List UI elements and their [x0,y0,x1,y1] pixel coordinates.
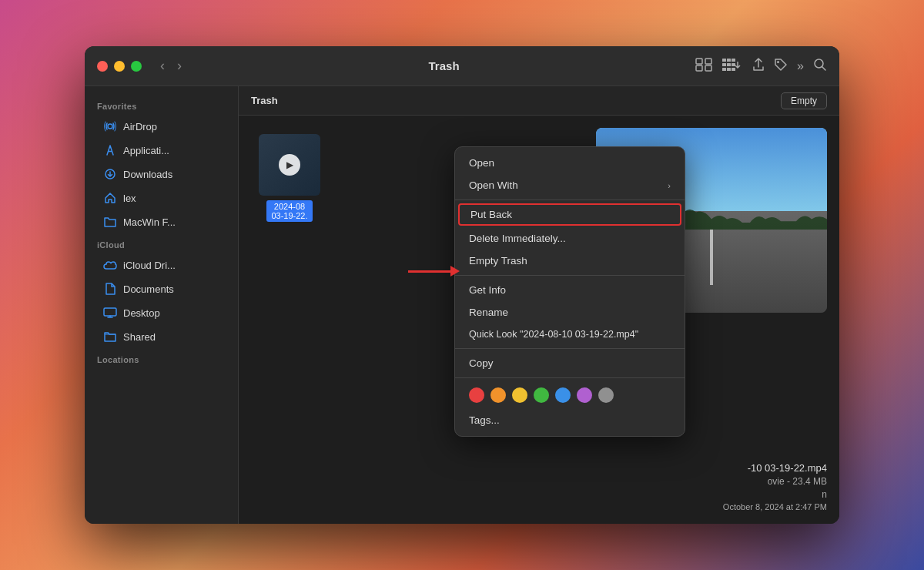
toolbar-right: » [695,58,827,75]
finder-window: ‹ › Trash [85,46,839,524]
empty-button[interactable]: Empty [781,92,827,109]
info-type: ovie - 23.4 MB [723,476,827,487]
tag-yellow[interactable] [512,387,527,403]
home-icon [103,191,117,205]
fullscreen-button[interactable] [131,61,142,72]
grid-view-icon[interactable] [695,58,712,75]
put-back-annotation-arrow [408,266,460,277]
airdrop-icon [103,119,117,133]
context-menu-put-back[interactable]: Put Back [458,203,681,226]
info-filename: -10 03-19-22.mp4 [723,462,827,474]
files-area: ▶ 2024-0803-19-22. [239,116,839,524]
locations-label: Locations [85,349,238,367]
sidebar-item-airdrop[interactable]: AirDrop [91,115,232,138]
svg-rect-6 [732,59,735,62]
separator-2 [455,275,685,276]
open-with-arrow-icon: › [668,181,671,190]
sidebar-item-macwinfiles-label: MacWin F... [123,216,176,228]
share-icon[interactable] [752,58,765,75]
svg-rect-7 [722,63,726,66]
file-item-video[interactable]: ▶ 2024-0803-19-22. [251,128,328,511]
svg-point-13 [777,61,779,63]
info-panel: -10 03-19-22.mp4 ovie - 23.4 MB n Octobe… [723,462,827,511]
sidebar-item-documents[interactable]: Documents [91,277,232,300]
sort-icon[interactable] [721,58,743,75]
context-menu: Open Open With › Put Back Delete Immedia… [454,146,685,437]
minimize-button[interactable] [114,61,125,72]
sidebar-item-lex-label: lex [123,193,136,204]
svg-rect-10 [722,68,726,71]
context-menu-open-with[interactable]: Open With › [455,174,685,196]
main-panel: Trash Empty ▶ 2024-0803-19-22. [239,86,839,524]
path-bar: Trash Empty [239,86,839,116]
nav-buttons: ‹ › [156,56,186,75]
shared-icon [103,330,117,344]
tag-icon[interactable] [774,58,788,75]
svg-rect-2 [696,65,702,71]
sidebar: Favorites AirDrop Applicati.. [85,86,239,524]
context-menu-copy[interactable]: Copy [455,352,685,374]
tag-orange[interactable] [490,387,506,403]
documents-icon [103,282,117,296]
separator-1 [455,200,685,200]
file-thumbnail: ▶ [259,134,320,196]
back-button[interactable]: ‹ [156,56,169,75]
sidebar-item-desktop-label: Desktop [123,307,160,319]
favorites-label: Favorites [85,96,238,114]
sidebar-item-applications[interactable]: Applicati... [91,139,232,162]
context-menu-tags[interactable]: Tags... [455,409,685,431]
arrow-head [450,266,460,277]
sidebar-item-lex[interactable]: lex [91,186,232,210]
svg-rect-0 [696,59,702,64]
separator-4 [455,377,685,378]
color-tags-row [455,381,685,409]
svg-point-16 [108,124,112,129]
sidebar-item-desktop[interactable]: Desktop [91,301,232,324]
downloads-icon [103,167,117,181]
context-menu-delete-immediately[interactable]: Delete Immediately... [455,227,685,250]
sidebar-item-macwinfiles[interactable]: MacWin F... [91,210,232,233]
close-button[interactable] [97,61,108,72]
svg-rect-12 [732,68,735,71]
context-menu-rename[interactable]: Rename [455,301,685,324]
context-menu-empty-trash[interactable]: Empty Trash [455,250,685,272]
svg-rect-9 [732,63,735,66]
search-icon[interactable] [813,58,827,75]
svg-rect-3 [705,65,711,71]
more-icon[interactable]: » [797,59,804,73]
sidebar-item-applications-label: Applicati... [123,145,169,156]
desktop-icon [103,306,117,320]
sidebar-item-shared-label: Shared [123,331,156,343]
forward-button[interactable]: › [172,56,186,75]
content-area: Favorites AirDrop Applicati.. [85,86,839,524]
sidebar-item-downloads[interactable]: Downloads [91,163,232,186]
svg-rect-1 [705,59,711,64]
tag-purple[interactable] [577,387,592,403]
traffic-lights [97,61,142,72]
context-menu-quick-look[interactable]: Quick Look "2024-08-10 03-19-22.mp4" [455,324,685,345]
context-menu-open[interactable]: Open [455,152,685,174]
tag-blue[interactable] [555,387,571,403]
arrow-line [408,270,450,273]
separator-3 [455,348,685,349]
sidebar-item-icloud-drive[interactable]: iCloud Dri... [91,253,232,277]
tag-red[interactable] [469,387,484,403]
title-bar: ‹ › Trash [85,46,839,86]
svg-line-15 [822,66,826,70]
tag-gray[interactable] [598,387,614,403]
tag-green[interactable] [534,387,549,403]
svg-rect-11 [727,68,731,71]
path-bar-title: Trash [251,95,278,106]
context-menu-get-info[interactable]: Get Info [455,279,685,301]
sidebar-item-documents-label: Documents [123,283,174,295]
svg-rect-4 [722,59,726,62]
window-title: Trash [200,59,688,72]
svg-rect-8 [727,63,731,66]
sidebar-item-shared[interactable]: Shared [91,325,232,348]
folder-icon [103,215,117,229]
info-date: October 8, 2024 at 2:47 PM [723,502,827,511]
svg-rect-18 [104,308,116,316]
sidebar-item-downloads-label: Downloads [123,169,172,180]
icloud-drive-icon [103,258,117,272]
file-name-label: 2024-0803-19-22. [266,200,312,222]
